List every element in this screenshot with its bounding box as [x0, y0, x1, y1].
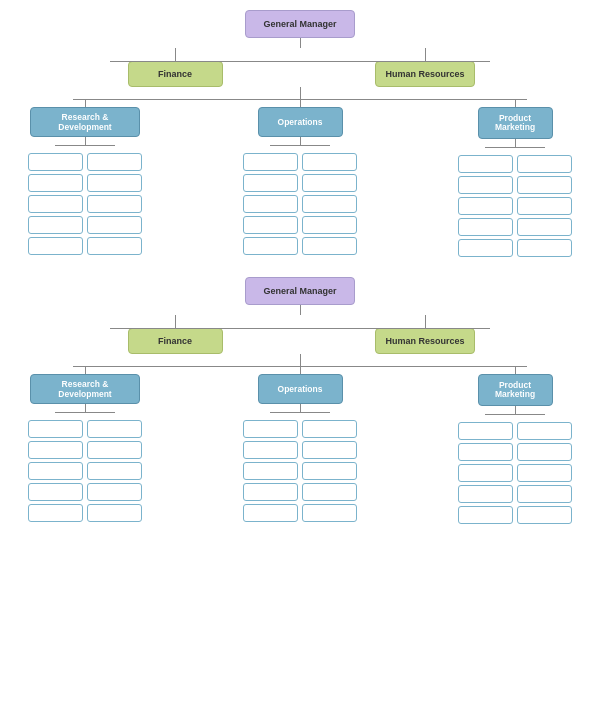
empty-node [28, 504, 83, 522]
pm-node-bottom: ProductMarketing [478, 374, 553, 406]
empty-node [243, 216, 298, 234]
v-line-hr-top [425, 48, 426, 61]
empty-node [458, 197, 513, 215]
empty-node [517, 464, 572, 482]
empty-node [517, 197, 572, 215]
empty-node [302, 195, 357, 213]
empty-node [458, 443, 513, 461]
empty-node [243, 195, 298, 213]
ops-node-bottom: Operations [258, 374, 343, 404]
empty-node [28, 441, 83, 459]
empty-node [458, 485, 513, 503]
empty-node [28, 237, 83, 255]
empty-node [517, 218, 572, 236]
h-connector-bottom [110, 328, 490, 329]
org-section-bottom: General Manager Finance Human Resources [10, 277, 590, 524]
gm-node-top: General Manager [245, 10, 355, 38]
empty-node [302, 462, 357, 480]
finance-node-top: Finance [128, 61, 223, 87]
empty-node [243, 420, 298, 438]
empty-node [87, 462, 142, 480]
empty-node [517, 239, 572, 257]
hr-node-bottom: Human Resources [375, 328, 475, 354]
empty-node [87, 174, 142, 192]
hr-node-top: Human Resources [375, 61, 475, 87]
h-connector-top [110, 61, 490, 62]
empty-node [87, 237, 142, 255]
empty-node [28, 195, 83, 213]
empty-node [517, 422, 572, 440]
ops-node-top: Operations [258, 107, 343, 137]
page: { "sections": [ { "id": "top", "gm": "Ge… [0, 0, 600, 554]
empty-node [28, 462, 83, 480]
v-line-gm-top [300, 38, 301, 48]
empty-node [302, 174, 357, 192]
rd-node-top: Research & Development [30, 107, 140, 137]
empty-node [302, 216, 357, 234]
empty-node [302, 153, 357, 171]
empty-node [243, 174, 298, 192]
empty-node [517, 506, 572, 524]
empty-node [87, 420, 142, 438]
empty-node [517, 155, 572, 173]
empty-node [302, 237, 357, 255]
dept-col-ops-bottom: Operations [243, 366, 357, 522]
empty-node [87, 504, 142, 522]
empty-node [243, 483, 298, 501]
empty-node [28, 420, 83, 438]
dept-col-pm-top: ProductMarketing [458, 99, 572, 257]
empty-node [87, 483, 142, 501]
pm-node-top: ProductMarketing [478, 107, 553, 139]
empty-node [458, 239, 513, 257]
dept-col-ops-top: Operations [243, 99, 357, 255]
empty-node [87, 216, 142, 234]
gm-row-bottom: General Manager [10, 277, 590, 305]
empty-node [243, 462, 298, 480]
empty-node [28, 174, 83, 192]
h-dept-line-top [73, 99, 527, 100]
empty-node [302, 441, 357, 459]
empty-node [458, 176, 513, 194]
empty-node [458, 155, 513, 173]
h-dept-line-bottom [73, 366, 527, 367]
empty-node [243, 237, 298, 255]
empty-node [517, 443, 572, 461]
empty-node [87, 441, 142, 459]
v-line-gm-bottom [300, 305, 301, 315]
empty-node [87, 195, 142, 213]
org-section-top: General Manager Finance Human Resources [10, 10, 590, 257]
dept-col-rd-bottom: Research & Development [28, 366, 142, 522]
empty-node [28, 216, 83, 234]
empty-node [28, 483, 83, 501]
empty-node [458, 422, 513, 440]
v-line-dept-top [300, 87, 301, 99]
empty-node [243, 441, 298, 459]
rd-node-bottom: Research & Development [30, 374, 140, 404]
finance-node-bottom: Finance [128, 328, 223, 354]
empty-node [302, 483, 357, 501]
empty-node [517, 176, 572, 194]
empty-node [302, 504, 357, 522]
empty-node [458, 464, 513, 482]
dept-col-rd-top: Research & Development [28, 99, 142, 255]
gm-row-top: General Manager [10, 10, 590, 38]
empty-node [517, 485, 572, 503]
empty-node [302, 420, 357, 438]
empty-node [243, 504, 298, 522]
empty-node [87, 153, 142, 171]
dept-col-pm-bottom: ProductMarketing [458, 366, 572, 524]
empty-node [458, 506, 513, 524]
empty-node [458, 218, 513, 236]
gm-node-bottom: General Manager [245, 277, 355, 305]
empty-node [28, 153, 83, 171]
empty-node [243, 153, 298, 171]
v-line-finance-top [175, 48, 176, 61]
